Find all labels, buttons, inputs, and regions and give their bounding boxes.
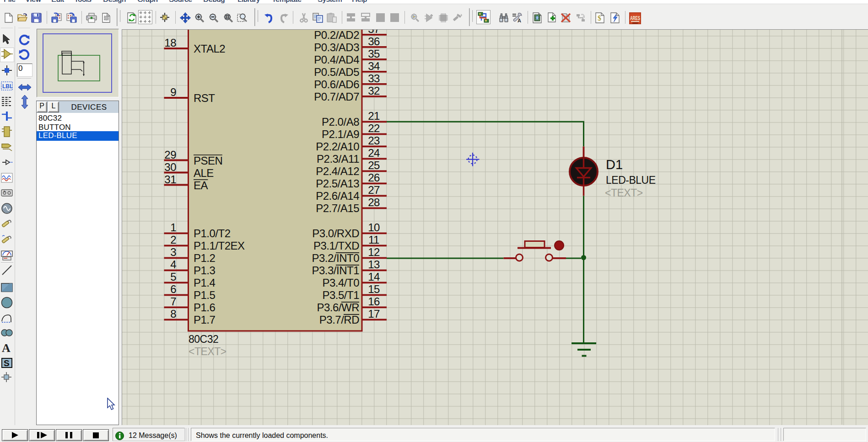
svg-text:11: 11	[368, 234, 379, 246]
svg-text:XTAL2: XTAL2	[194, 43, 225, 55]
svg-text:P0.6/AD6: P0.6/AD6	[314, 78, 359, 91]
svg-text:30: 30	[164, 161, 176, 173]
svg-text:P1.1/T2EX: P1.1/T2EX	[194, 240, 245, 252]
svg-text:31: 31	[164, 173, 176, 186]
svg-text:37: 37	[368, 30, 380, 35]
svg-text:5: 5	[170, 271, 176, 283]
svg-text:9: 9	[4, 190, 5, 193]
svg-text:24: 24	[368, 147, 380, 159]
svg-text:P3.4/T0: P3.4/T0	[322, 277, 359, 289]
svg-text:34: 34	[368, 60, 380, 72]
svg-text:P2.6/A14: P2.6/A14	[316, 190, 359, 202]
svg-text:A: A	[2, 341, 11, 353]
svg-text:D1: D1	[606, 157, 623, 172]
svg-text:17: 17	[368, 308, 380, 320]
svg-text:P0.2/AD2: P0.2/AD2	[314, 30, 359, 41]
svg-text:P2.5/A13: P2.5/A13	[316, 177, 359, 190]
svg-text:16: 16	[368, 295, 380, 308]
svg-text:P2.4/A12: P2.4/A12	[316, 165, 359, 177]
svg-text:23: 23	[368, 134, 380, 147]
svg-text:$: $	[598, 14, 601, 22]
svg-text:22: 22	[368, 122, 380, 134]
svg-text:2: 2	[170, 234, 176, 246]
svg-text:P1.2: P1.2	[194, 252, 216, 264]
svg-text:25: 25	[368, 159, 380, 171]
svg-text:EA: EA	[194, 179, 208, 192]
svg-text:P3.6/WR: P3.6/WR	[317, 301, 359, 314]
svg-text:4: 4	[170, 258, 176, 271]
svg-text:7: 7	[170, 295, 176, 308]
svg-text:P0.4/AD4: P0.4/AD4	[314, 53, 359, 66]
svg-text:P1.7: P1.7	[194, 314, 216, 326]
svg-text:35: 35	[368, 48, 380, 60]
svg-text:LED-BLUE: LED-BLUE	[606, 174, 656, 186]
svg-text:33: 33	[368, 72, 380, 85]
svg-text:10: 10	[368, 221, 380, 234]
svg-text:8: 8	[170, 308, 176, 320]
svg-text:1: 1	[170, 221, 176, 234]
svg-text:P3.3/INT1: P3.3/INT1	[312, 264, 359, 277]
svg-text:P1.3: P1.3	[194, 264, 216, 277]
svg-text:P2.7/A15: P2.7/A15	[316, 202, 359, 214]
svg-text:P1.5: P1.5	[194, 289, 216, 301]
svg-text:P2.2/A10: P2.2/A10	[316, 140, 359, 153]
svg-text:P1.4: P1.4	[194, 277, 216, 289]
svg-text:P3.0/RXD: P3.0/RXD	[312, 227, 359, 240]
svg-text:15: 15	[368, 283, 380, 295]
svg-text:<TEXT>: <TEXT>	[605, 187, 643, 199]
svg-text:PSEN: PSEN	[194, 154, 222, 167]
svg-text:12: 12	[368, 246, 380, 258]
svg-text:LBL: LBL	[2, 83, 13, 90]
svg-text:27: 27	[368, 184, 380, 196]
svg-text:P1.6: P1.6	[194, 301, 216, 314]
svg-text:P2.3/A11: P2.3/A11	[317, 153, 359, 165]
svg-text:21: 21	[368, 110, 380, 122]
svg-text:P2.0/A8: P2.0/A8	[322, 116, 359, 128]
svg-text:A: A	[518, 18, 521, 23]
svg-text:P0.3/AD3: P0.3/AD3	[314, 41, 359, 53]
svg-text:ALE: ALE	[194, 167, 214, 179]
svg-text:26: 26	[368, 171, 380, 184]
svg-text:28: 28	[368, 196, 380, 208]
svg-text:14: 14	[368, 271, 380, 283]
svg-text:P2.1/A9: P2.1/A9	[322, 128, 359, 140]
svg-text:P1.0/T2: P1.0/T2	[194, 227, 231, 240]
svg-text:P3.7/RD: P3.7/RD	[319, 314, 359, 326]
svg-text:RST: RST	[194, 92, 215, 104]
svg-text:9: 9	[170, 86, 176, 98]
svg-text:ARES: ARES	[630, 15, 640, 21]
svg-text:80C32: 80C32	[189, 333, 218, 345]
svg-text:18: 18	[164, 37, 176, 49]
svg-text:36: 36	[368, 35, 380, 48]
svg-text:P0.7/AD7: P0.7/AD7	[314, 91, 359, 103]
svg-text:P0.5/AD5: P0.5/AD5	[314, 66, 359, 78]
svg-text:P3.1/TXD: P3.1/TXD	[313, 240, 359, 252]
svg-text:P3.2/INT0: P3.2/INT0	[312, 252, 359, 264]
svg-text:P3.5/T1: P3.5/T1	[322, 289, 359, 301]
svg-text:6: 6	[170, 283, 176, 295]
svg-text:29: 29	[164, 149, 176, 161]
svg-text:13: 13	[368, 258, 380, 271]
svg-text:32: 32	[368, 85, 380, 97]
svg-text:3: 3	[170, 246, 176, 258]
svg-text:<TEXT>: <TEXT>	[189, 346, 226, 357]
svg-text:S: S	[4, 358, 10, 368]
